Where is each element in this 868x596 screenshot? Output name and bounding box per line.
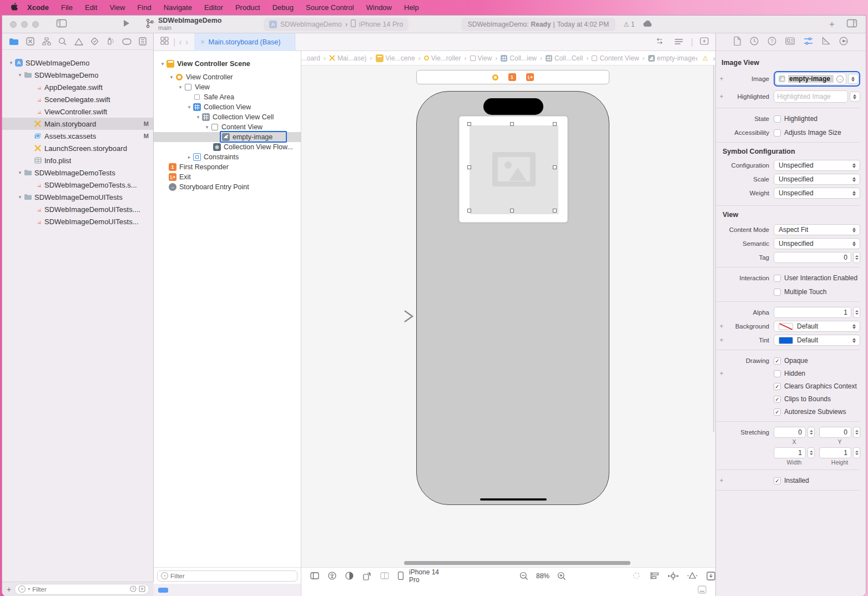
menu-product[interactable]: Product <box>229 0 266 16</box>
outline-filter-field[interactable]: ≡ <box>157 570 297 582</box>
alpha-stepper[interactable] <box>853 307 860 318</box>
file-row-plist[interactable]: Info.plist <box>2 154 153 166</box>
source-control-filter-icon[interactable] <box>139 584 145 594</box>
back-button[interactable]: ‹ <box>179 37 182 48</box>
zoom-level-label[interactable]: 88% <box>536 572 549 580</box>
menu-view[interactable]: View <box>103 0 131 16</box>
project-navigator-tab[interactable] <box>9 38 19 46</box>
image-combo-field[interactable]: empty-image → <box>775 73 846 85</box>
breakpoint-navigator-tab[interactable] <box>122 38 132 45</box>
close-window-button[interactable] <box>10 21 17 28</box>
add-keypath-button[interactable]: + <box>718 370 725 377</box>
user-interaction-checkbox[interactable] <box>774 275 781 282</box>
outline-empty-image-row[interactable]: empty-image <box>154 132 301 142</box>
run-button[interactable] <box>123 19 130 29</box>
outline-view-controller-row[interactable]: ▾ View Controller <box>154 72 301 82</box>
breadcrumb-view-controller[interactable]: Vie...roller <box>424 54 461 62</box>
clips-to-bounds-checkbox[interactable]: ✓ <box>774 396 781 403</box>
resize-handle[interactable] <box>467 122 471 126</box>
navigator-filter-input[interactable] <box>32 586 128 593</box>
editor-options-icon[interactable] <box>698 585 706 596</box>
menu-debug[interactable]: Debug <box>266 0 300 16</box>
library-button[interactable]: + <box>829 19 835 29</box>
exit-dock-icon[interactable] <box>526 73 534 81</box>
file-row-group[interactable]: ▾ SDWebImageDemo <box>2 69 153 81</box>
issue-navigator-tab[interactable] <box>74 38 83 46</box>
installed-checkbox[interactable]: ✓ <box>774 477 781 484</box>
horizontal-scrollbar[interactable] <box>404 561 630 565</box>
breadcrumb-collection-cell[interactable]: Coll...Cell <box>546 54 583 62</box>
content-mode-popup[interactable]: Aspect Fit <box>774 224 860 235</box>
embed-icon[interactable] <box>706 572 715 580</box>
report-navigator-tab[interactable] <box>139 37 147 46</box>
autoresize-subviews-checkbox[interactable]: ✓ <box>774 408 781 416</box>
file-inspector-tab[interactable] <box>734 37 741 48</box>
resize-handle[interactable] <box>510 122 514 126</box>
file-row-swift[interactable]: SDWebImageDemoUITests... <box>2 215 153 228</box>
outline-safe-area-row[interactable]: Safe Area <box>154 92 301 102</box>
add-keypath-button[interactable]: + <box>718 322 725 330</box>
document-outline-toggle[interactable] <box>158 588 168 593</box>
file-row-uitests-group[interactable]: ▾ SDWebImageDemoUITests <box>2 191 153 203</box>
multiple-touch-checkbox[interactable] <box>774 289 781 296</box>
outline-first-responder-row[interactable]: 1 First Responder <box>154 162 301 172</box>
outline-scene-row[interactable]: ▾ View Controller Scene <box>154 59 301 69</box>
toggle-inspector-icon[interactable] <box>847 19 857 29</box>
add-constraints-icon[interactable] <box>668 572 678 580</box>
apple-icon[interactable] <box>7 3 21 13</box>
outline-collection-view-row[interactable]: ▾ Collection View <box>154 102 301 112</box>
toggle-navigator-icon[interactable] <box>57 19 67 29</box>
outline-entry-point-row[interactable]: → Storyboard Entry Point <box>154 182 301 192</box>
add-keypath-button[interactable]: + <box>718 93 725 100</box>
file-row-tests-group[interactable]: ▾ SDWebImageDemoTests <box>2 166 153 179</box>
hidden-checkbox[interactable] <box>774 370 781 377</box>
connections-inspector-tab[interactable] <box>839 37 848 48</box>
file-row-storyboard-selected[interactable]: Main.storyboard M <box>2 118 153 130</box>
adjust-editor-icon[interactable] <box>674 37 683 47</box>
breadcrumb-content-view[interactable]: Content View <box>592 54 639 62</box>
menu-xcode[interactable]: Xcode <box>21 0 55 16</box>
alpha-field[interactable]: 1 <box>774 307 851 318</box>
disclosure-icon[interactable]: ▾ <box>17 194 23 200</box>
empty-image-view-canvas[interactable] <box>470 125 558 214</box>
file-row-storyboard[interactable]: LaunchScreen.storyboard <box>2 142 153 154</box>
tag-stepper[interactable] <box>853 252 860 263</box>
image-field-value[interactable]: empty-image <box>788 75 834 83</box>
find-navigator-tab[interactable] <box>58 37 67 46</box>
zoom-out-icon[interactable] <box>519 572 528 580</box>
background-popup[interactable]: Default <box>774 321 860 332</box>
menu-file[interactable]: File <box>55 0 79 16</box>
breadcrumb-storyboard-base[interactable]: Mai...ase) <box>329 54 367 62</box>
file-row-swift[interactable]: ViewController.swift <box>2 105 153 118</box>
tint-popup[interactable]: Default <box>774 335 860 346</box>
add-keypath-button[interactable]: + <box>718 477 725 484</box>
view-as-icon[interactable] <box>310 572 319 579</box>
stretching-y-field[interactable]: 0 <box>819 427 851 438</box>
breadcrumb-view[interactable]: View <box>470 54 492 62</box>
debug-navigator-tab[interactable] <box>106 37 114 46</box>
configuration-popup[interactable]: Unspecified <box>774 160 860 171</box>
adaptation-icon[interactable] <box>380 572 389 579</box>
outline-exit-row[interactable]: Exit <box>154 172 301 182</box>
accessibility-icon[interactable] <box>328 572 336 580</box>
disclosure-icon[interactable]: ▾ <box>17 72 23 78</box>
outline-constraints-row[interactable]: ▸ Constraints <box>154 152 301 162</box>
menu-window[interactable]: Window <box>360 0 398 16</box>
breadcrumb-collection-view[interactable]: Coll...iew <box>501 54 537 62</box>
resize-handle[interactable] <box>467 209 471 213</box>
resize-handle[interactable] <box>553 209 557 213</box>
add-file-button[interactable]: + <box>7 585 11 594</box>
help-inspector-tab[interactable]: ? <box>768 37 776 48</box>
storyboard-entry-arrow[interactable] <box>368 310 417 323</box>
resize-handle[interactable] <box>553 165 557 169</box>
scheme-device-label[interactable]: iPhone 14 Pro <box>359 21 403 28</box>
file-row-swift[interactable]: SDWebImageDemoUITests.... <box>2 203 153 215</box>
clears-graphics-checkbox[interactable]: ✓ <box>774 383 781 390</box>
minimize-window-button[interactable] <box>21 21 28 28</box>
file-row-project[interactable]: ▾ A SDWebImageDemo <box>2 57 153 69</box>
breadcrumb-scene[interactable]: Vie...cene <box>376 54 415 62</box>
disclosure-icon[interactable]: ▾ <box>8 60 14 65</box>
storyboard-canvas[interactable]: 1 <box>301 65 715 567</box>
scale-popup[interactable]: Unspecified <box>774 174 860 185</box>
first-responder-dock-icon[interactable]: 1 <box>508 73 516 81</box>
